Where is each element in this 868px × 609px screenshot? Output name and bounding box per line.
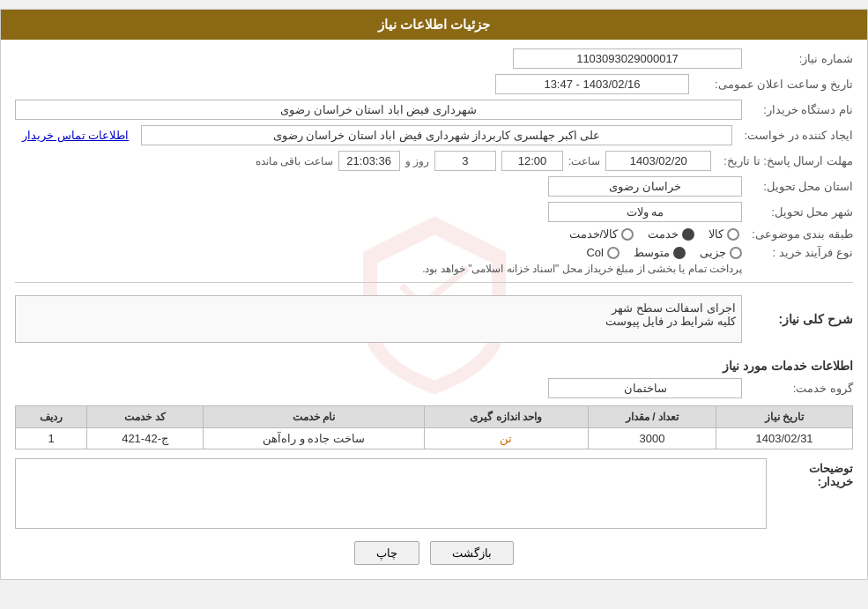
buyer-desc-section: توضیحات خریدار: bbox=[15, 458, 853, 529]
buyer-org-row: نام دستگاه خریدار: شهرداری فیض اباد استا… bbox=[15, 100, 853, 120]
category-option-kala-khedmat[interactable]: کالا/خدمت bbox=[569, 227, 634, 241]
process-radio-group: جزیی متوسط Col bbox=[422, 246, 742, 259]
process-option-col[interactable]: Col bbox=[586, 246, 619, 259]
service-group-row: گروه خدمت: ساختمان bbox=[15, 378, 853, 398]
category-option2-label: خدمت bbox=[648, 227, 679, 241]
page-title: جزئیات اطلاعات نیاز bbox=[378, 17, 490, 32]
process-option-mutavaset[interactable]: متوسط bbox=[634, 246, 686, 259]
deadline-row: مهلت ارسال پاسخ: تا تاریخ: 1403/02/20 سا… bbox=[15, 151, 853, 171]
summary-box: اجرای اسفالت سطح شهر کلیه شرایط در فایل … bbox=[15, 295, 742, 343]
need-number-row: شماره نیاز: 1103093029000017 bbox=[15, 48, 853, 69]
category-radio-khedmat bbox=[682, 228, 694, 241]
summary-line1: اجرای اسفالت سطح شهر bbox=[21, 301, 736, 315]
cell-date: 1403/02/31 bbox=[716, 428, 853, 449]
page-wrapper: جزئیات اطلاعات نیاز شماره نیاز: 11030930… bbox=[0, 9, 868, 580]
city-row: شهر محل تحویل: مه ولات bbox=[15, 202, 853, 222]
summary-line2: کلیه شرایط در فایل پیوست bbox=[21, 315, 736, 328]
col-header-unit: واحد اندازه گیری bbox=[424, 406, 588, 428]
divider1 bbox=[15, 282, 853, 283]
services-section-title: اطلاعات خدمات مورد نیاز bbox=[15, 359, 853, 373]
category-option-khedmat[interactable]: خدمت bbox=[648, 227, 694, 241]
service-group-label: گروه خدمت: bbox=[747, 382, 853, 395]
buyer-desc-label: توضیحات خریدار: bbox=[774, 458, 853, 488]
content-inner: شماره نیاز: 1103093029000017 تاریخ و ساع… bbox=[15, 48, 853, 565]
category-label: طبقه بندی موضوعی: bbox=[745, 227, 853, 241]
buyer-org-label: نام دستگاه خریدار: bbox=[747, 103, 853, 116]
deadline-date: 1403/02/20 bbox=[605, 151, 711, 171]
datetime-value: 1403/02/16 - 13:47 bbox=[495, 74, 689, 94]
datetime-row: تاریخ و ساعت اعلان عمومی: 1403/02/16 - 1… bbox=[15, 74, 853, 94]
category-option1-label: کالا bbox=[708, 227, 723, 241]
category-option3-label: کالا/خدمت bbox=[569, 227, 619, 241]
cell-service-name: ساخت جاده و راه‌آهن bbox=[204, 428, 425, 449]
category-radio-kala bbox=[727, 228, 739, 241]
col-header-date: تاریخ نیاز bbox=[716, 406, 853, 428]
buyer-org-value: شهرداری فیض اباد استان خراسان رضوی bbox=[15, 100, 742, 120]
city-value: مه ولات bbox=[548, 202, 742, 222]
need-number-value: 1103093029000017 bbox=[513, 48, 742, 69]
process-radio-jozi bbox=[730, 247, 742, 259]
print-button[interactable]: چاپ bbox=[354, 541, 419, 565]
creator-value: علی اکبر جهلسری کاربرداز شهرداری فیض ابا… bbox=[141, 125, 731, 145]
page-header: جزئیات اطلاعات نیاز bbox=[1, 10, 867, 40]
creator-link[interactable]: اطلاعات تماس خریدار bbox=[15, 129, 136, 142]
process-type-row: نوع فرآیند خرید : جزیی متوسط bbox=[15, 246, 853, 275]
province-row: استان محل تحویل: خراسان رضوی bbox=[15, 176, 853, 197]
process-option1-label: جزیی bbox=[700, 246, 726, 259]
table-header-row: تاریخ نیاز تعداد / مقدار واحد اندازه گیر… bbox=[16, 406, 853, 428]
summary-row: شرح کلی نیاز: اجرای اسفالت سطح شهر کلیه … bbox=[15, 290, 853, 348]
back-button[interactable]: بازگشت bbox=[430, 541, 514, 565]
creator-row: ایجاد کننده در خواست: علی اکبر جهلسری کا… bbox=[15, 125, 853, 145]
process-radio-mutavaset bbox=[673, 247, 686, 259]
service-group-value: ساختمان bbox=[548, 378, 742, 398]
summary-section-title: شرح کلی نیاز: bbox=[747, 312, 853, 326]
buyer-desc-textarea[interactable] bbox=[15, 458, 767, 529]
service-table: تاریخ نیاز تعداد / مقدار واحد اندازه گیر… bbox=[15, 405, 853, 449]
deadline-countdown-label: ساعت باقی مانده bbox=[256, 155, 333, 167]
category-row: طبقه بندی موضوعی: کالا خدمت کالا/خدمت bbox=[15, 227, 853, 241]
cell-unit: تن bbox=[424, 428, 588, 449]
category-radio-kala-khedmat bbox=[621, 228, 634, 241]
col-header-rownum: ردیف bbox=[16, 406, 87, 428]
cell-service-code: ج-42-421 bbox=[87, 428, 204, 449]
col-header-name: نام خدمت bbox=[204, 406, 425, 428]
main-content: شماره نیاز: 1103093029000017 تاریخ و ساع… bbox=[15, 48, 853, 565]
category-radio-group: کالا خدمت کالا/خدمت bbox=[569, 227, 740, 241]
province-value: خراسان رضوی bbox=[548, 176, 742, 197]
button-row: بازگشت چاپ bbox=[15, 541, 853, 565]
process-radio-col bbox=[607, 247, 619, 259]
city-label: شهر محل تحویل: bbox=[747, 205, 853, 219]
process-type-label: نوع فرآیند خرید : bbox=[747, 246, 853, 259]
process-purchase-note: پرداخت تمام یا بخشی از مبلغ خریداز محل "… bbox=[422, 263, 742, 275]
deadline-time: 12:00 bbox=[501, 151, 563, 171]
deadline-time-label: ساعت: bbox=[568, 155, 600, 167]
col-header-code: کد خدمت bbox=[87, 406, 204, 428]
category-option-kala[interactable]: کالا bbox=[708, 227, 739, 241]
deadline-countdown: 21:03:36 bbox=[338, 151, 400, 171]
cell-quantity: 3000 bbox=[588, 428, 716, 449]
process-option3-label: Col bbox=[586, 246, 604, 259]
table-row: 1403/02/31 3000 تن ساخت جاده و راه‌آهن ج… bbox=[16, 428, 853, 449]
process-option2-label: متوسط bbox=[634, 246, 670, 259]
col-header-quantity: تعداد / مقدار bbox=[588, 406, 716, 428]
deadline-days-label: روز و bbox=[405, 155, 429, 167]
process-option-jozi[interactable]: جزیی bbox=[700, 246, 742, 259]
need-number-label: شماره نیاز: bbox=[747, 52, 853, 65]
deadline-label: مهلت ارسال پاسخ: تا تاریخ: bbox=[716, 154, 853, 167]
deadline-days: 3 bbox=[434, 151, 496, 171]
creator-label: ایجاد کننده در خواست: bbox=[738, 129, 853, 142]
content-area: شماره نیاز: 1103093029000017 تاریخ و ساع… bbox=[1, 40, 867, 579]
cell-row-num: 1 bbox=[16, 428, 87, 449]
province-label: استان محل تحویل: bbox=[747, 180, 853, 193]
datetime-label: تاریخ و ساعت اعلان عمومی: bbox=[694, 78, 853, 91]
